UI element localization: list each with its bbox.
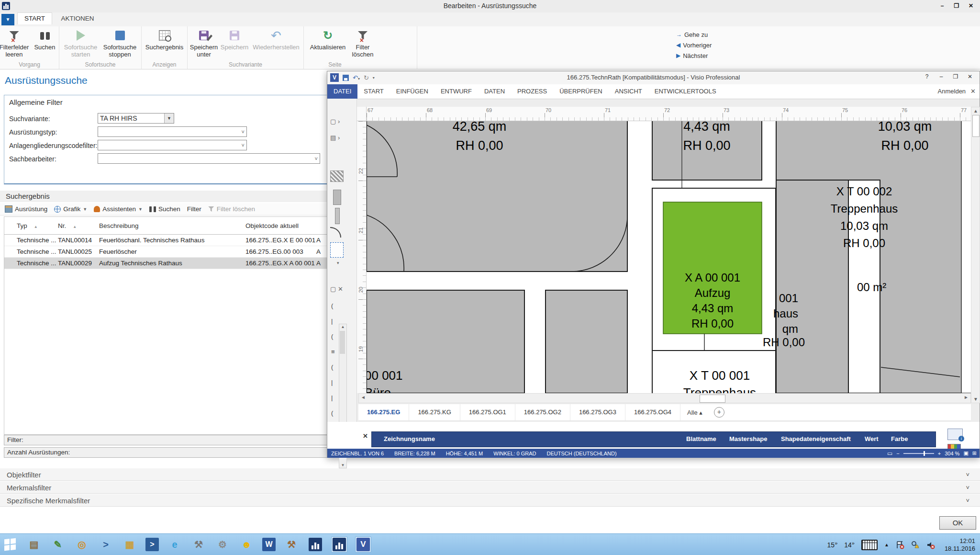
stencil-shape[interactable]: | — [331, 317, 333, 325]
vorheriger-button[interactable]: ◀Vorheriger — [676, 40, 722, 50]
help-button[interactable]: ? — [920, 73, 934, 80]
tab-daten[interactable]: DATEN — [478, 84, 511, 99]
restore-button[interactable]: ❐ — [949, 73, 962, 80]
status-item[interactable]: WINKEL: 0 GRAD — [493, 451, 536, 456]
page-tab-166275og3[interactable]: 166.275.OG3 — [570, 404, 625, 420]
tray-count-1[interactable]: 15» — [827, 541, 838, 549]
stencil-icon[interactable]: ▤ › — [330, 134, 340, 141]
dynamics-nav-icon-2[interactable] — [331, 536, 347, 553]
fit-page-icon[interactable]: ▣ — [963, 450, 968, 456]
column-header[interactable]: Mastershape — [729, 435, 767, 442]
column-header[interactable]: Wert — [865, 435, 879, 442]
stencil-shape[interactable]: ( — [331, 363, 333, 371]
zoom-out-icon[interactable]: − — [896, 451, 899, 456]
selected-master-shape[interactable] — [330, 242, 344, 258]
close-button[interactable]: ✕ — [964, 1, 978, 11]
security-app-icon[interactable]: ☻ — [238, 536, 255, 553]
suchergebnis-button[interactable]: Suchergebnis — [142, 28, 187, 51]
tab-start[interactable]: START — [357, 84, 390, 99]
close-icon[interactable]: ✕ — [970, 88, 976, 95]
section-objektfilter[interactable]: Objektfilter˅ — [0, 468, 980, 481]
add-page-button[interactable]: + — [714, 407, 724, 418]
dynamics-nav-icon[interactable] — [307, 536, 323, 553]
window-panel-icon[interactable]: ▢ › — [330, 118, 340, 125]
zoom-level[interactable]: 304 % — [945, 451, 959, 456]
document-search-icon[interactable]: ◎ — [74, 536, 90, 553]
maximize-button[interactable]: ❐ — [949, 1, 964, 11]
filter-loeschen-button[interactable]: Filter löschen — [208, 205, 255, 213]
remote-tools-icon[interactable]: ⚒ — [190, 536, 207, 553]
show-hidden-icons[interactable]: ▲ — [884, 542, 889, 547]
internet-explorer-icon[interactable]: e — [167, 536, 183, 553]
chevron-down-icon[interactable]: ˅ — [315, 154, 318, 163]
column-beschreibung[interactable]: Beschreibung — [99, 222, 245, 229]
stencil-shape[interactable]: ( — [331, 302, 333, 309]
close-button[interactable]: ✕ — [963, 73, 977, 80]
tab-entwicklertools[interactable]: ENTWICKLERTOOLS — [648, 84, 723, 99]
page-tab-166275og2[interactable]: 166.275.OG2 — [515, 404, 570, 420]
speichern-unter-button[interactable]: Speichern unter — [190, 28, 218, 58]
zoom-slider[interactable] — [903, 453, 934, 454]
horizontal-scrollbar[interactable]: ◄ ► — [358, 393, 971, 403]
scroll-up-icon[interactable]: ▲ — [339, 325, 346, 329]
column-header[interactable]: Shapedateneigenschaft — [781, 435, 851, 442]
door-master-shape[interactable] — [330, 227, 341, 238]
page-tab-166275kg[interactable]: 166.275.KG — [409, 404, 460, 420]
table-row[interactable]: Technische ...TANL00025Feuerlöscher166.2… — [4, 246, 330, 258]
suchen-button[interactable]: Suchen — [149, 205, 180, 213]
chevron-down-icon[interactable]: ▼ — [164, 113, 174, 123]
section-spezifische-merkmalsfilter[interactable]: Spezifische Merkmalsfilter˅ — [0, 494, 980, 507]
scrollbar-thumb[interactable] — [972, 115, 980, 137]
table-row[interactable]: Technische ...TANL00014Feuerlöschanl. Te… — [4, 235, 330, 246]
vertical-scrollbar[interactable]: ▲ ▼ — [971, 107, 980, 403]
suchvariante-combobox[interactable]: TA RH HIRS▼ — [98, 113, 174, 124]
server-manager-icon[interactable]: ▤ — [26, 536, 42, 553]
shape-info-icon[interactable]: i — [947, 429, 963, 440]
tab-prozess[interactable]: PROZESS — [511, 84, 553, 99]
ausruestung-button[interactable]: Ausrüstung — [5, 205, 47, 213]
suchen-button[interactable]: Suchen — [31, 28, 59, 58]
tab-berprfen[interactable]: ÜBERPRÜFEN — [553, 84, 609, 99]
tab-aktionen[interactable]: AKTIONEN — [54, 13, 100, 24]
tab-start[interactable]: START — [17, 12, 52, 24]
drawing-canvas[interactable]: 42,65 qm RH 0,00 4,43 qm RH 0,00 X A 00 … — [367, 121, 971, 393]
start-button[interactable] — [2, 536, 18, 553]
grafik-button[interactable]: Grafik▼ — [54, 205, 87, 213]
tab-datei[interactable]: DATEI — [327, 84, 357, 99]
page-tab-166275og4[interactable]: 166.275.OG4 — [625, 404, 680, 420]
tab-ansicht[interactable]: ANSICHT — [609, 84, 648, 99]
page-tab-166275og1[interactable]: 166.275.OG1 — [460, 404, 515, 420]
status-item[interactable]: ZEICHENBL. 1 VON 6 — [331, 451, 384, 456]
status-item[interactable]: DEUTSCH (DEUTSCHLAND) — [547, 451, 617, 456]
stencil-shape[interactable]: ( — [331, 333, 333, 340]
action-center-flag-icon[interactable] — [896, 541, 904, 549]
column-nr[interactable]: Nr.▲ — [58, 222, 99, 229]
ok-button[interactable]: OK — [939, 516, 976, 530]
minimize-button[interactable]: – — [935, 1, 949, 11]
tray-count-2[interactable]: 14» — [844, 541, 855, 549]
minimize-button[interactable]: – — [935, 73, 948, 80]
sofortsuche-starten-button[interactable]: Sofortsuche starten — [63, 28, 99, 58]
space-master-shape[interactable] — [333, 190, 341, 205]
section-merkmalsfilter[interactable]: Merkmalsfilter˅ — [0, 481, 980, 494]
scrollbar-thumb[interactable] — [700, 395, 725, 403]
stencil-shape[interactable]: | — [331, 394, 333, 401]
expand-icon[interactable]: ⊞ — [972, 450, 977, 456]
keyboard-icon[interactable] — [861, 540, 878, 550]
scroll-up-icon[interactable]: ▲ — [973, 108, 978, 113]
tab-einfgen[interactable]: EINFÜGEN — [390, 84, 434, 99]
ausruestungstyp-combobox[interactable]: ˅ — [98, 126, 247, 137]
stencil-shape[interactable]: | — [331, 379, 333, 386]
wiederherstellen-button[interactable]: ↶ Wiederherstellen — [251, 28, 301, 58]
filterfelder-leeren-button[interactable]: × Filterfelder leeren — [0, 28, 28, 58]
scroll-down-icon[interactable]: ▼ — [339, 463, 346, 467]
sign-in[interactable]: Anmelden✕ — [938, 84, 976, 99]
deployment-icon[interactable]: ⚒ — [283, 536, 300, 553]
wall-master-shape[interactable] — [330, 170, 344, 182]
chevron-down-icon[interactable]: ▾ — [337, 261, 339, 265]
services-icon[interactable]: ⚙ — [214, 536, 231, 553]
app-menu-button[interactable]: ▼ — [1, 14, 14, 25]
chevron-down-icon[interactable]: ˅ — [242, 140, 245, 150]
column-objektcode[interactable]: Objektcode aktuell — [245, 222, 316, 229]
file-cabinet-icon[interactable]: ▦ — [122, 536, 138, 553]
